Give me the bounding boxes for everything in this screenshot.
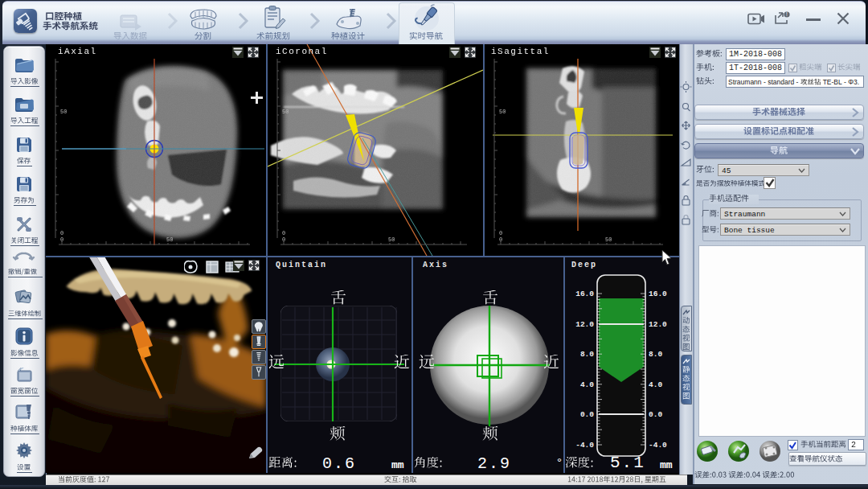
svg-text:0.0: 0.0	[580, 410, 594, 419]
svg-text:4.0: 4.0	[649, 380, 662, 389]
svg-text:!: !	[786, 11, 788, 17]
svg-text:8.0: 8.0	[580, 350, 594, 359]
svg-text:-4.0: -4.0	[649, 441, 667, 450]
svg-text:12.0: 12.0	[649, 320, 667, 329]
svg-text:8.0: 8.0	[649, 350, 662, 359]
svg-text:0.0: 0.0	[649, 410, 662, 419]
svg-text:16.0: 16.0	[649, 290, 667, 298]
svg-text:16.0: 16.0	[575, 290, 594, 298]
svg-text:-4.0: -4.0	[575, 441, 594, 450]
svg-text:4.0: 4.0	[580, 380, 594, 389]
svg-text:12.0: 12.0	[575, 320, 594, 329]
